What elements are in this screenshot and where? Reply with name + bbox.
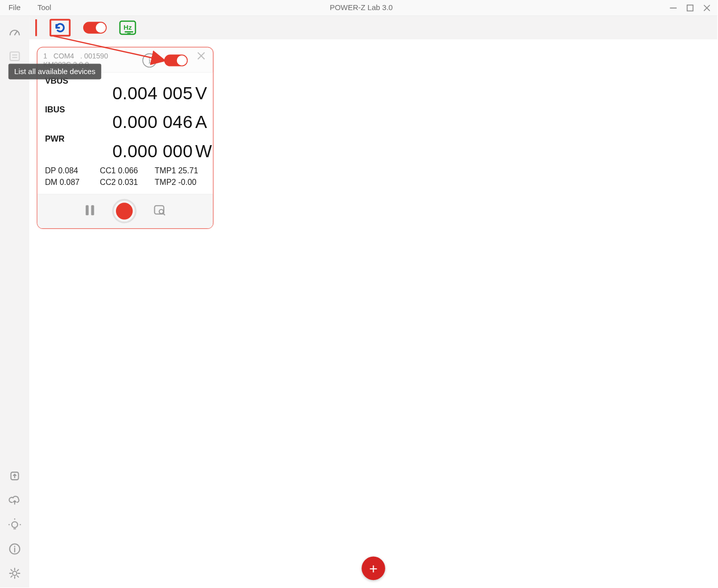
titlebar: File Tool POWER-Z Lab 3.0 bbox=[0, 0, 717, 16]
svg-rect-1 bbox=[687, 5, 693, 11]
refresh-button[interactable] bbox=[49, 19, 71, 36]
svg-line-4 bbox=[15, 31, 17, 35]
info-icon[interactable] bbox=[6, 541, 23, 557]
add-button[interactable]: + bbox=[362, 557, 385, 580]
plus-icon: + bbox=[369, 560, 378, 576]
tmp2-value: TMP2 -0.00 bbox=[155, 178, 206, 187]
chip-upload-icon[interactable] bbox=[6, 468, 23, 484]
tmp1-value: TMP1 25.71 bbox=[155, 166, 206, 175]
workspace: 1 COM4 . 001590 KM003C 2.0.0 i VBUS bbox=[29, 39, 717, 587]
svg-point-15 bbox=[14, 546, 15, 547]
pwr-value: 0.000 000 bbox=[74, 141, 193, 161]
vbus-value: 0.004 005 bbox=[74, 83, 193, 103]
tooltip: List all available devices bbox=[9, 64, 101, 80]
menu-file[interactable]: File bbox=[0, 0, 29, 16]
sidebar bbox=[0, 16, 29, 588]
ibus-value: 0.000 046 bbox=[74, 112, 193, 132]
svg-point-9 bbox=[12, 521, 18, 528]
dm-value: DM 0.087 bbox=[45, 178, 96, 187]
card-close-icon[interactable] bbox=[195, 51, 207, 67]
record-button[interactable] bbox=[112, 199, 136, 223]
idea-icon[interactable] bbox=[6, 516, 23, 533]
settings-icon[interactable] bbox=[6, 565, 23, 581]
svg-point-17 bbox=[13, 571, 17, 575]
global-toggle[interactable] bbox=[83, 22, 107, 33]
card-toggle[interactable] bbox=[164, 54, 188, 66]
device-serial: . 001590 bbox=[80, 52, 108, 60]
ibus-unit: A bbox=[193, 112, 205, 132]
dashboard-icon[interactable] bbox=[6, 24, 23, 40]
inspect-icon[interactable] bbox=[153, 204, 166, 218]
ibus-label: IBUS bbox=[45, 105, 74, 114]
maximize-icon[interactable] bbox=[685, 3, 694, 12]
vbus-unit: V bbox=[193, 83, 205, 103]
pwr-unit: W bbox=[193, 141, 205, 161]
svg-rect-22 bbox=[86, 205, 89, 215]
window-title: POWER-Z Lab 3.0 bbox=[59, 4, 663, 12]
minimize-icon[interactable] bbox=[669, 3, 678, 12]
svg-line-26 bbox=[163, 213, 164, 215]
dp-value: DP 0.084 bbox=[45, 166, 96, 175]
list-icon[interactable] bbox=[6, 48, 23, 64]
toolbar: Hz bbox=[29, 16, 717, 40]
cloud-upload-icon[interactable] bbox=[6, 492, 23, 508]
hz-button[interactable]: Hz bbox=[119, 21, 136, 35]
close-icon[interactable] bbox=[702, 3, 711, 12]
cc2-value: CC2 0.031 bbox=[100, 178, 151, 187]
device-port: COM4 bbox=[53, 52, 74, 60]
svg-rect-23 bbox=[91, 205, 94, 215]
pwr-label: PWR bbox=[45, 134, 74, 143]
card-info-icon[interactable]: i bbox=[142, 53, 156, 68]
pause-icon[interactable] bbox=[84, 204, 95, 218]
refresh-icon bbox=[54, 21, 67, 34]
device-index: 1 bbox=[43, 52, 47, 60]
menu-tool[interactable]: Tool bbox=[29, 0, 59, 16]
svg-rect-5 bbox=[10, 52, 19, 60]
cc1-value: CC1 0.066 bbox=[100, 166, 151, 175]
